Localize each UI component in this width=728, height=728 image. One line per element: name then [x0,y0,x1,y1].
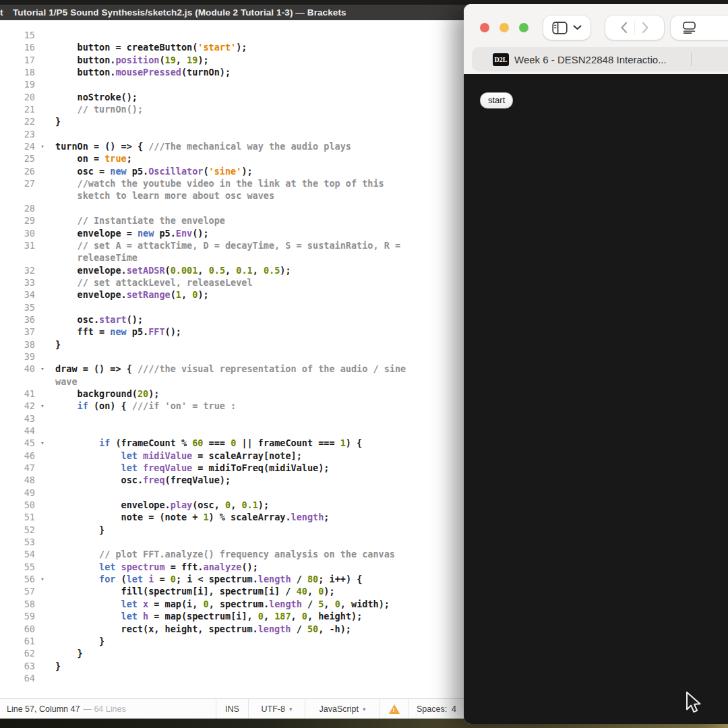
code-line[interactable]: 50 envelope.play(osc, 0, 0.1); [0,499,464,511]
back-button[interactable] [620,22,628,34]
code-line[interactable]: 31 // set A = attackTime, D = decayTime,… [0,239,464,251]
code-line[interactable]: 28 [0,202,464,214]
line-number: 21 [0,103,35,115]
code-line[interactable]: 17 button.position(19, 19); [0,54,464,66]
line-number: 42 [0,400,35,412]
code-line[interactable]: 56▾ for (let i = 0; i < spectrum.length … [0,573,464,585]
line-number: 61 [0,635,35,647]
fold-gutter [35,78,50,90]
forward-button[interactable] [642,22,649,34]
code-line[interactable]: 26 osc = new p5.Oscillator('sine'); [0,165,464,177]
code-line[interactable]: 27 //watch the youtube video in the link… [0,177,464,189]
code-text: fill(spectrum[i], spectrum[i] / 40, 0); [55,585,335,597]
code-line[interactable]: 49 [0,487,464,499]
encoding-select[interactable]: UTF-8 ▾ [248,699,305,719]
fold-gutter [35,647,50,659]
line-number: 27 [0,177,35,189]
code-line[interactable]: 20 noStroke(); [0,91,464,103]
code-line[interactable]: sketch to learn more about osc waves [0,189,464,202]
fold-gutter [35,29,50,41]
code-line[interactable]: 15 [0,29,464,41]
code-line[interactable]: 64 [0,672,464,684]
line-number: 26 [0,165,35,177]
fold-arrow-icon[interactable]: ▾ [35,400,50,412]
line-number: 24 [0,140,35,152]
code-line[interactable]: 35 [0,301,464,313]
code-line[interactable]: 34 envelope.setRange(1, 0); [0,289,464,301]
fold-gutter [35,338,50,351]
code-line[interactable]: 33 // set attackLevel, releaseLevel [0,276,464,289]
lint-warning-button[interactable]: ! [380,699,408,719]
code-line[interactable]: 29 // Instantiate the envelope [0,214,464,226]
code-line[interactable]: 63} [0,660,464,672]
tab-week6-desn22848[interactable]: D2L Week 6 - DESN22848 Interactio... [472,47,728,71]
code-line[interactable]: 19 [0,78,464,90]
fold-arrow-icon[interactable]: ▾ [35,437,50,449]
code-line[interactable]: 51 note = (note + 1) % scaleArray.length… [0,511,464,523]
code-line[interactable]: 24▾turnOn = () => { ///The mechanical wa… [0,140,464,152]
code-line[interactable]: wave [0,375,464,388]
line-number: 28 [0,202,35,214]
line-number: 22 [0,115,35,127]
code-line[interactable]: 23 [0,128,464,140]
code-line[interactable]: 53 [0,536,464,548]
d2l-favicon: D2L [493,53,509,66]
code-text: envelope.play(osc, 0, 0.1); [55,499,269,511]
code-line[interactable]: 48 osc.freq(freqValue); [0,474,464,486]
code-line[interactable]: 39 [0,351,464,363]
code-line[interactable]: 18 button.mousePressed(turnOn); [0,66,464,78]
start-button[interactable]: start [480,92,513,109]
code-line[interactable]: 57 fill(spectrum[i], spectrum[i] / 40, 0… [0,585,464,597]
fold-gutter [35,264,50,276]
code-line[interactable]: 38} [0,338,464,351]
fold-arrow-icon[interactable]: ▾ [35,573,50,585]
code-line[interactable]: 54 // plot FFT.analyze() frequency analy… [0,548,464,560]
code-line[interactable]: 61 } [0,635,464,647]
fold-gutter [35,487,50,499]
code-line[interactable]: 62 } [0,647,464,659]
minimize-window-button[interactable] [499,23,509,32]
status-bar: Line 57, Column 47 — 64 Lines INS UTF-8 … [0,698,464,719]
fold-gutter [35,227,50,239]
code-line[interactable]: 37 fft = new p5.FFT(); [0,326,464,338]
code-line[interactable]: 43 [0,413,464,425]
safari-window: D2L Week 6 - DESN22848 Interactio... sta… [464,4,728,724]
insert-mode-toggle[interactable]: INS [216,699,248,719]
fold-gutter [35,177,50,189]
code-line[interactable]: 22} [0,115,464,127]
code-line[interactable]: 21 // turnOn(); [0,103,464,115]
code-line[interactable]: 41 background(20); [0,388,464,400]
code-line[interactable]: 52 } [0,524,464,536]
sidebar-button-group[interactable] [543,16,590,40]
code-text: on = true; [55,152,132,164]
code-line[interactable]: 47 let freqValue = midiToFreq(midiValue)… [0,462,464,474]
code-line[interactable]: 30 envelope = new p5.Env(); [0,227,464,239]
code-line[interactable]: 46 let midiValue = scaleArray[note]; [0,450,464,462]
zoom-window-button[interactable] [519,23,528,32]
line-number [0,189,35,202]
indent-setting[interactable]: Spaces: 4 [408,699,464,719]
tab-title: Week 6 - DESN22848 Interactio... [514,54,667,65]
code-line[interactable]: 45▾ if (frameCount % 60 === 0 || frameCo… [0,437,464,449]
code-line[interactable]: 40▾draw = () => { ////the visual represe… [0,363,464,375]
line-number: 51 [0,511,35,523]
language-select[interactable]: JavaScript ▾ [305,699,380,719]
fold-gutter [35,351,50,363]
code-line[interactable]: 16 button = createButton('start'); [0,41,464,53]
code-line[interactable]: 55 let spectrum = fft.analyze(); [0,561,464,573]
code-line[interactable]: 36 osc.start(); [0,313,464,326]
close-window-button[interactable] [480,23,489,32]
code-line[interactable]: 32 envelope.setADSR(0.001, 0.5, 0.1, 0.5… [0,264,464,276]
code-line[interactable]: 58 let x = map(i, 0, spectrum.length / 5… [0,598,464,610]
code-line[interactable]: 60 rect(x, height, spectrum.length / 50,… [0,623,464,635]
fold-arrow-icon[interactable]: ▾ [35,363,50,375]
code-line[interactable]: releaseTime [0,251,464,264]
code-line[interactable]: 42▾ if (on) { ///if 'on' = true : [0,400,464,412]
fold-arrow-icon[interactable]: ▾ [35,140,50,152]
code-line[interactable]: 59 let h = map(spectrum[i], 0, 187, 0, h… [0,610,464,622]
page-format-button-group[interactable] [671,16,728,40]
code-line[interactable]: 44 [0,425,464,437]
code-pane[interactable]: 1516 button = createButton('start');17 b… [0,20,464,699]
code-line[interactable]: 25 on = true; [0,152,464,164]
fold-gutter [35,189,50,202]
